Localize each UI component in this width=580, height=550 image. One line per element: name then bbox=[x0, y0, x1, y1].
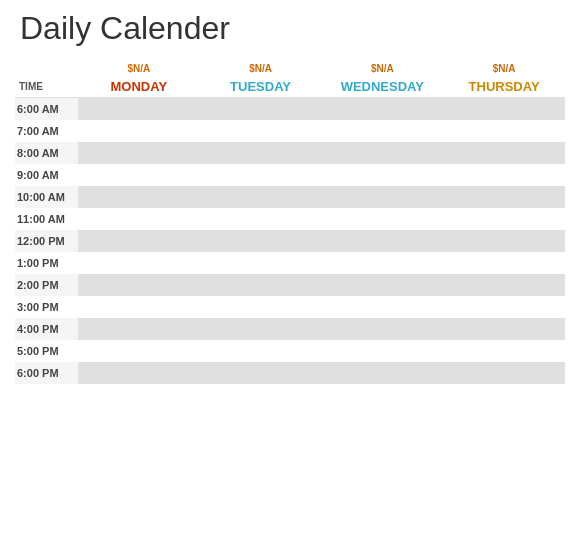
time-cell: 8:00 AM bbox=[15, 142, 78, 164]
event-cell-thursday[interactable] bbox=[443, 208, 565, 230]
event-cell-thursday[interactable] bbox=[443, 142, 565, 164]
calendar-row: 7:00 AM bbox=[15, 120, 565, 142]
event-cell-wednesday[interactable] bbox=[321, 296, 443, 318]
time-cell: 2:00 PM bbox=[15, 274, 78, 296]
event-cell-monday[interactable] bbox=[78, 120, 200, 142]
event-cell-wednesday[interactable] bbox=[321, 208, 443, 230]
event-cell-tuesday[interactable] bbox=[200, 318, 322, 340]
calendar-row: 10:00 AM bbox=[15, 186, 565, 208]
event-cell-tuesday[interactable] bbox=[200, 230, 322, 252]
time-cell: 11:00 AM bbox=[15, 208, 78, 230]
event-cell-tuesday[interactable] bbox=[200, 98, 322, 120]
header-thursday: THURSDAY bbox=[443, 76, 565, 98]
event-cell-thursday[interactable] bbox=[443, 318, 565, 340]
header-time: TIME bbox=[15, 76, 78, 98]
event-cell-tuesday[interactable] bbox=[200, 142, 322, 164]
date-tuesday: $N/A bbox=[200, 61, 322, 76]
event-cell-wednesday[interactable] bbox=[321, 362, 443, 384]
event-cell-monday[interactable] bbox=[78, 296, 200, 318]
date-row: $N/A $N/A $N/A $N/A bbox=[15, 61, 565, 76]
event-cell-wednesday[interactable] bbox=[321, 142, 443, 164]
calendar-row: 8:00 AM bbox=[15, 142, 565, 164]
event-cell-wednesday[interactable] bbox=[321, 318, 443, 340]
page-container: Daily Calender $N/A $N/A $N/A $N/A TIME … bbox=[0, 0, 580, 550]
page-title: Daily Calender bbox=[15, 10, 565, 47]
header-tuesday: TUESDAY bbox=[200, 76, 322, 98]
event-cell-wednesday[interactable] bbox=[321, 340, 443, 362]
event-cell-monday[interactable] bbox=[78, 340, 200, 362]
header-monday: MONDAY bbox=[78, 76, 200, 98]
event-cell-tuesday[interactable] bbox=[200, 296, 322, 318]
time-cell: 6:00 AM bbox=[15, 98, 78, 120]
event-cell-tuesday[interactable] bbox=[200, 340, 322, 362]
time-cell: 7:00 AM bbox=[15, 120, 78, 142]
calendar-row: 12:00 PM bbox=[15, 230, 565, 252]
event-cell-monday[interactable] bbox=[78, 186, 200, 208]
event-cell-tuesday[interactable] bbox=[200, 208, 322, 230]
event-cell-monday[interactable] bbox=[78, 98, 200, 120]
calendar-body: 6:00 AM7:00 AM8:00 AM9:00 AM10:00 AM11:0… bbox=[15, 98, 565, 384]
event-cell-thursday[interactable] bbox=[443, 120, 565, 142]
date-time-spacer bbox=[15, 61, 78, 76]
event-cell-thursday[interactable] bbox=[443, 362, 565, 384]
event-cell-thursday[interactable] bbox=[443, 274, 565, 296]
event-cell-wednesday[interactable] bbox=[321, 164, 443, 186]
event-cell-tuesday[interactable] bbox=[200, 186, 322, 208]
date-wednesday: $N/A bbox=[321, 61, 443, 76]
time-cell: 1:00 PM bbox=[15, 252, 78, 274]
event-cell-tuesday[interactable] bbox=[200, 252, 322, 274]
time-cell: 4:00 PM bbox=[15, 318, 78, 340]
time-cell: 6:00 PM bbox=[15, 362, 78, 384]
event-cell-monday[interactable] bbox=[78, 164, 200, 186]
header-wednesday: WEDNESDAY bbox=[321, 76, 443, 98]
event-cell-wednesday[interactable] bbox=[321, 274, 443, 296]
event-cell-thursday[interactable] bbox=[443, 252, 565, 274]
calendar-row: 2:00 PM bbox=[15, 274, 565, 296]
calendar-row: 6:00 AM bbox=[15, 98, 565, 120]
time-cell: 12:00 PM bbox=[15, 230, 78, 252]
event-cell-monday[interactable] bbox=[78, 208, 200, 230]
event-cell-wednesday[interactable] bbox=[321, 230, 443, 252]
event-cell-thursday[interactable] bbox=[443, 230, 565, 252]
event-cell-thursday[interactable] bbox=[443, 98, 565, 120]
event-cell-monday[interactable] bbox=[78, 274, 200, 296]
calendar-table: $N/A $N/A $N/A $N/A TIME MONDAY TUESDAY … bbox=[15, 61, 565, 384]
event-cell-thursday[interactable] bbox=[443, 186, 565, 208]
calendar-row: 11:00 AM bbox=[15, 208, 565, 230]
calendar-row: 9:00 AM bbox=[15, 164, 565, 186]
time-cell: 9:00 AM bbox=[15, 164, 78, 186]
calendar-row: 1:00 PM bbox=[15, 252, 565, 274]
calendar-row: 5:00 PM bbox=[15, 340, 565, 362]
event-cell-tuesday[interactable] bbox=[200, 274, 322, 296]
time-cell: 5:00 PM bbox=[15, 340, 78, 362]
event-cell-monday[interactable] bbox=[78, 318, 200, 340]
calendar-row: 4:00 PM bbox=[15, 318, 565, 340]
event-cell-thursday[interactable] bbox=[443, 164, 565, 186]
event-cell-thursday[interactable] bbox=[443, 296, 565, 318]
event-cell-monday[interactable] bbox=[78, 362, 200, 384]
event-cell-monday[interactable] bbox=[78, 230, 200, 252]
event-cell-thursday[interactable] bbox=[443, 340, 565, 362]
event-cell-tuesday[interactable] bbox=[200, 362, 322, 384]
header-row: TIME MONDAY TUESDAY WEDNESDAY THURSDAY bbox=[15, 76, 565, 98]
event-cell-wednesday[interactable] bbox=[321, 252, 443, 274]
event-cell-tuesday[interactable] bbox=[200, 120, 322, 142]
date-monday: $N/A bbox=[78, 61, 200, 76]
event-cell-tuesday[interactable] bbox=[200, 164, 322, 186]
event-cell-monday[interactable] bbox=[78, 252, 200, 274]
calendar-row: 6:00 PM bbox=[15, 362, 565, 384]
date-thursday: $N/A bbox=[443, 61, 565, 76]
calendar-row: 3:00 PM bbox=[15, 296, 565, 318]
event-cell-wednesday[interactable] bbox=[321, 120, 443, 142]
time-cell: 10:00 AM bbox=[15, 186, 78, 208]
event-cell-wednesday[interactable] bbox=[321, 186, 443, 208]
event-cell-monday[interactable] bbox=[78, 142, 200, 164]
event-cell-wednesday[interactable] bbox=[321, 98, 443, 120]
time-cell: 3:00 PM bbox=[15, 296, 78, 318]
